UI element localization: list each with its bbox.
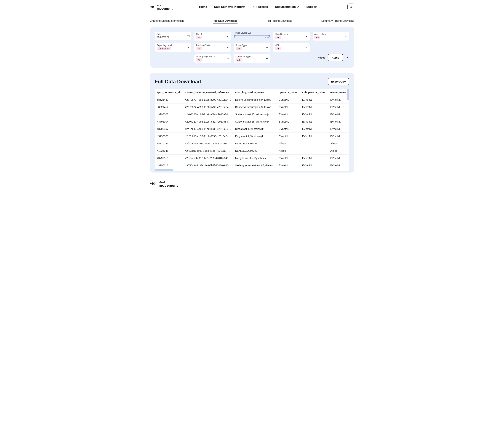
power-level-slider-track[interactable] [234,35,270,36]
logo[interactable]: eco movement [150,4,173,10]
cell-master-location-ref: 42e7ebd8-4d93-11e8-8630-42010a840… [183,125,234,133]
tab-full-pricing-download[interactable]: Full Pricing Download [267,19,292,23]
col-owner-name[interactable]: owner_name [329,89,349,96]
cell-owner-name: EVnetNL [329,155,349,162]
cell-spot-connector-id: 58621453 [155,96,183,103]
filter-municipality[interactable]: Municipality/County All [194,54,231,63]
chevron-down-icon [344,35,347,38]
footer-logo[interactable]: eco movement [150,180,354,187]
filter-connector-type[interactable]: Connector Type All [234,54,270,63]
horizontal-scrollbar-track[interactable] [155,169,349,171]
footer: eco movement [150,173,354,191]
table-row[interactable]: 3811073142f10a6a-4d93-11e8-b1ac-42010a84… [155,140,349,147]
cell-operator-name: EVnetNL [277,155,300,162]
tab-summary-pricing-download[interactable]: Summary Pricing Download [321,19,354,23]
cell-operator-name: EVnetNL [277,133,300,140]
logo-icon [150,4,156,10]
cell-suboperator-name: EVnetNL [300,162,329,169]
table-row[interactable]: 4379630842e7ebd8-4d93-11e8-8630-42010a84… [155,133,349,140]
account-button[interactable] [347,4,354,10]
cell-owner-name: EVnetNL [329,162,349,169]
tab-charging-station-information[interactable]: Charging Station Information [150,19,184,23]
nav-data-retrieval-platform[interactable]: Data Retrieval Platform [214,5,245,9]
filter-main-operator[interactable]: Main Operator All [273,32,310,41]
filter-date[interactable]: Date 20/06/2024 [155,32,192,40]
filter-power-type[interactable]: Power Type All [234,43,270,52]
cell-charging-station-name: Mergelakker 25, Spaubeek [234,155,277,162]
col-charging-station-name[interactable]: charging_station_name [234,89,277,96]
apply-button[interactable]: Apply [328,54,343,61]
filter-access-type[interactable]: Access Type All [312,32,349,41]
filter-province[interactable]: Province/State All [194,43,231,52]
filter-msp-value: All [275,47,281,50]
cell-spot-connector-id: 43796304 [155,118,183,125]
col-suboperator-name[interactable]: suboperator_name [300,89,329,96]
cell-master-location-ref: 42e7ebd8-4d93-11e8-8630-42010a840… [183,133,234,140]
reset-button[interactable]: Reset [317,56,325,59]
chevron-down-icon [318,6,321,8]
col-spot-connector-id[interactable]: spot_connector_id [155,89,183,96]
cell-master-location-ref: 42d70872-4d93-11e8-b792-42010a840… [183,96,234,103]
tab-full-data-download[interactable]: Full Data Download [213,19,237,23]
filter-msp[interactable]: MSP All [273,43,310,52]
table-row[interactable]: 5862145242d70872-4d93-11e8-b792-42010a84… [155,103,349,111]
nav-home[interactable]: Home [199,5,207,9]
filter-reporting-level[interactable]: Reporting Level Connector [155,43,192,52]
chevron-down-icon [226,46,229,49]
nav-support[interactable]: Support [306,5,321,9]
cell-owner-name: EVnetNL [329,103,349,111]
filter-power-level[interactable]: Power Level (kW) > 0 > 350 [234,32,270,39]
filter-msp-label: MSP [275,44,308,46]
nav-api-access[interactable]: API Access [252,5,268,9]
cell-suboperator-name: EVnetNL [300,133,329,140]
table-header-row: spot_connector_id master_location_extern… [155,89,349,96]
filter-connector-type-label: Connector Type [235,55,269,58]
cell-charging-station-name: Verlengde Asserstraat 67, Gieten [234,162,277,169]
filter-power-level-label: Power Level (kW) [234,32,270,34]
table-row[interactable]: 4379631042fef7ec-4d93-11e8-92e9-42010a84… [155,155,349,162]
subnav: Charging Station Information Full Data D… [150,14,354,27]
export-csv-button[interactable]: Export CSV [328,78,349,85]
table-row[interactable]: 4103594142f10a6a-4d93-11e8-b1ac-42010a84… [155,147,349,155]
power-level-slider-handle-max[interactable] [269,35,270,37]
cell-master-location-ref: 42f10a6a-4d93-11e8-b1ac-42010a8400… [183,147,234,155]
cell-operator-name: Allego [277,140,300,147]
cell-operator-name: EVnetNL [277,162,300,169]
data-table: spot_connector_id master_location_extern… [155,89,349,169]
table-row[interactable]: 4379631243050df8-4d93-11e8-8b3f-42010a84… [155,162,349,169]
data-section: Full Data Download Export CSV spot_conne… [150,73,354,173]
table-row[interactable]: 4379630342e04220-4d93-11e8-af3a-42010a84… [155,111,349,118]
cell-suboperator-name: EVnetNL [300,118,329,125]
filter-reporting-level-label: Reporting Level [157,44,190,46]
filter-panel: Date 20/06/2024 Country All Power Level … [150,27,354,68]
table-row[interactable]: 5862145342d70872-4d93-11e8-b792-42010a84… [155,96,349,103]
power-level-max: > 350 [265,37,270,39]
cell-suboperator-name [300,147,329,155]
nav-documentation[interactable]: Documentation [275,5,299,9]
filter-province-value: All [196,47,202,50]
cell-charging-station-name: Dorine Verschureplein 9, Elsloo [234,103,277,111]
table-row[interactable]: 4379630442e04220-4d93-11e8-af3a-42010a84… [155,118,349,125]
filter-access-type-value: All [314,36,320,39]
col-master-location-external-reference[interactable]: master_location_external_reference [183,89,234,96]
footer-logo-text: eco movement [159,180,178,187]
cell-master-location-ref: 42e04220-4d93-11e8-af3a-42010a8400… [183,111,234,118]
filter-municipality-label: Municipality/County [196,55,229,58]
cell-spot-connector-id: 43796310 [155,155,183,162]
cell-spot-connector-id: 58621452 [155,103,183,111]
filter-country[interactable]: Country All [194,32,231,41]
collapse-filters-button[interactable] [346,56,349,59]
horizontal-scrollbar-thumb[interactable] [155,169,173,171]
power-level-slider-handle-min[interactable] [234,35,235,37]
filter-main-operator-value: All [275,36,281,39]
external-link-icon [297,6,299,8]
calendar-icon [187,34,190,37]
filter-power-type-label: Power Type [235,44,269,46]
data-table-wrap: spot_connector_id master_location_extern… [155,89,349,171]
cell-charging-station-name: Stationsstraat 15, Winterswijk [234,118,277,125]
filter-power-type-value: All [235,47,242,50]
vertical-scrollbar[interactable] [347,89,349,100]
table-row[interactable]: 4379630742e7ebd8-4d93-11e8-8630-42010a84… [155,125,349,133]
col-operator-name[interactable]: operator_name [277,89,300,96]
logo-icon [150,180,157,187]
